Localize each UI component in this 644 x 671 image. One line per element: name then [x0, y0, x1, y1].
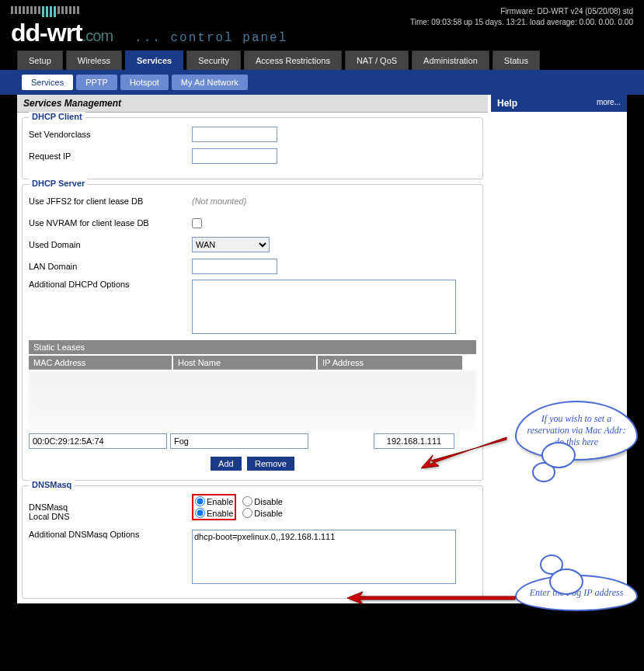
jffs2-label: Use JFFS2 for client lease DB [29, 196, 192, 206]
tab-services[interactable]: Services [125, 50, 183, 70]
control-panel-label: ... control panel [134, 31, 287, 45]
nvram-label: Use NVRAM for client lease DB [29, 218, 192, 228]
dnsmasq-fieldset: DNSMasq DNSMasq Enable Enable Disable Di… [22, 485, 483, 599]
firmware-info: Firmware: DD-WRT v24 (05/20/08) std Time… [410, 6, 633, 28]
help-more-link[interactable]: more... [597, 98, 621, 109]
used-domain-select[interactable]: WANLAN [192, 237, 270, 252]
uptime-line: Time: 09:03:58 up 15 days. 13:21. load a… [410, 17, 633, 28]
jffs2-status: (Not mounted) [192, 196, 246, 206]
arrow-icon [417, 433, 510, 472]
static-leases-title: Static Leases [29, 340, 476, 354]
main-panel: Services Management DHCP Client Set Vend… [17, 95, 488, 603]
logo: dd-wrt.com [11, 19, 113, 47]
tab-administration[interactable]: Administration [412, 50, 489, 70]
lease-headers: MAC Address Host Name IP Address [29, 356, 476, 370]
localdns-enable-radio[interactable] [195, 508, 205, 518]
tab-nat-qos[interactable]: NAT / QoS [345, 50, 409, 70]
dhcp-client-fieldset: DHCP Client Set Vendorclass Request IP [22, 117, 483, 179]
header: dd-wrt.com ... control panel Firmware: D… [0, 0, 644, 50]
request-ip-label: Request IP [29, 151, 192, 161]
lan-domain-input[interactable] [192, 259, 277, 274]
add-button[interactable]: Add [211, 457, 242, 471]
firmware-line: Firmware: DD-WRT v24 (05/20/08) std [410, 6, 633, 17]
subtab-pptp[interactable]: PPTP [76, 75, 117, 90]
remove-button[interactable]: Remove [247, 457, 294, 471]
mac-header: MAC Address [29, 356, 172, 370]
enable-label2: Enable [207, 509, 233, 518]
logo-decoration [11, 6, 287, 17]
request-ip-input[interactable] [192, 148, 277, 164]
dhcpd-options-textarea[interactable] [192, 280, 456, 334]
nvram-checkbox[interactable] [192, 218, 202, 228]
dhcpd-options-label: Additional DHCPd Options [29, 280, 192, 289]
sub-tabs: ServicesPPTPHotspotMy Ad Network [0, 70, 644, 95]
section-title: Services Management [17, 95, 488, 113]
dnsmasq-options-textarea[interactable]: dhcp-boot=pxelinux.0,,192.168.1.111 [192, 530, 456, 584]
tab-wireless[interactable]: Wireless [66, 50, 122, 70]
tab-access-restrictions[interactable]: Access Restrictions [244, 50, 342, 70]
ip-header: IP Address [318, 356, 462, 370]
logo-area: dd-wrt.com ... control panel [11, 6, 287, 47]
dnsmasq-options-label: Additional DNSMasq Options [29, 530, 192, 539]
subtab-my-ad-network[interactable]: My Ad Network [172, 75, 248, 90]
dhcp-client-title: DHCP Client [29, 112, 85, 121]
disable-label: Disable [254, 497, 283, 506]
tab-security[interactable]: Security [186, 50, 241, 70]
enable-label: Enable [207, 497, 233, 506]
vendorclass-input[interactable] [192, 127, 277, 142]
disable-label2: Disable [254, 509, 283, 518]
main-tabs: SetupWirelessServicesSecurityAccess Rest… [0, 50, 644, 70]
tab-status[interactable]: Status [493, 50, 540, 70]
help-panel: Help more... [491, 95, 627, 603]
help-title: Help [497, 98, 517, 109]
dnsmasq-enable-radio[interactable] [195, 496, 205, 506]
localdns-disable-radio[interactable] [242, 508, 252, 518]
dhcp-server-title: DHCP Server [29, 179, 88, 188]
subtab-hotspot[interactable]: Hotspot [120, 75, 169, 90]
arrow-icon [346, 590, 517, 606]
lease-row [29, 433, 476, 449]
dnsmasq-title: DNSMasq [29, 480, 75, 489]
subtab-services[interactable]: Services [22, 75, 73, 90]
help-header: Help more... [491, 95, 627, 112]
enable-highlight: Enable Enable [192, 494, 236, 520]
lease-mac-input[interactable] [29, 433, 167, 449]
lan-domain-label: LAN Domain [29, 262, 192, 271]
dhcp-server-fieldset: DHCP Server Use JFFS2 for client lease D… [22, 184, 483, 481]
tab-setup[interactable]: Setup [17, 50, 63, 70]
content-area: Services Management DHCP Client Set Vend… [17, 95, 627, 603]
blurred-leases [29, 371, 476, 430]
dnsmasq-label: DNSMasq [29, 502, 192, 512]
host-header: Host Name [173, 356, 316, 370]
vendorclass-label: Set Vendorclass [29, 130, 192, 139]
dnsmasq-disable-radio[interactable] [242, 496, 252, 506]
lease-host-input[interactable] [170, 433, 308, 449]
used-domain-label: Used Domain [29, 240, 192, 249]
local-dns-label: Local DNS [29, 512, 192, 521]
